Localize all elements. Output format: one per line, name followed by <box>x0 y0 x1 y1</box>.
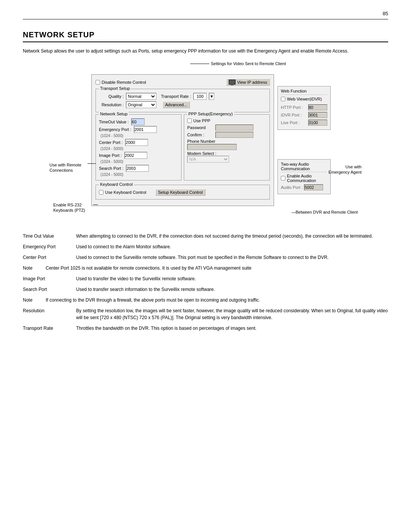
password-label: Password <box>187 125 214 130</box>
disable-remote-checkbox[interactable] <box>96 80 100 85</box>
desc-detail-emergency: Used to connect to the Alarm Monitor sof… <box>76 243 388 250</box>
desc-timeout: Time Out Value When attempting to connec… <box>23 233 388 240</box>
use-ppp-checkbox[interactable] <box>187 118 192 123</box>
modem-select[interactable]: N/A <box>187 156 229 163</box>
desc-search-port: Search Port Used to transfer search info… <box>23 286 388 293</box>
use-remote-line <box>88 163 96 164</box>
keyboard-control-title: Keyboard Control <box>99 182 134 187</box>
search-port-label: Search Port : <box>99 166 123 171</box>
idvr-port-label: iDVR Port : <box>281 113 302 117</box>
desc-transport-rate: Transport Rate Throttles the bandwidth o… <box>23 325 388 332</box>
image-port-range: (1024 - 5000) <box>99 160 178 164</box>
desc-detail-image: Used to transfer the video to the Survei… <box>76 275 388 282</box>
live-port-label: Live Port : <box>281 120 300 125</box>
http-port-input[interactable] <box>308 104 327 110</box>
desc-term-image: Image Port <box>23 275 76 282</box>
desc-term-center: Center Port <box>23 254 76 261</box>
center-port-label: Center Port : <box>99 140 123 145</box>
transport-rate-dropdown[interactable]: ▼ <box>209 93 214 100</box>
settings-label: Settings for Video Sent to Remote Client <box>190 61 286 66</box>
view-ip-button[interactable]: View IP address <box>226 78 270 86</box>
web-viewer-checkbox[interactable] <box>281 97 285 101</box>
desc-note-2: Note If connecting to the DVR through a … <box>23 297 388 304</box>
desc-resolution: Resolution By setting the resolution low… <box>23 307 388 321</box>
quality-select[interactable]: Normal <box>126 93 156 100</box>
confirm-input[interactable] <box>215 132 253 138</box>
top-rule <box>23 19 388 19</box>
live-port-input[interactable] <box>308 120 327 126</box>
desc-detail-center: Used to connect to the Surveillix remote… <box>76 254 388 261</box>
resolution-label: Resolution : <box>99 102 124 107</box>
timeout-label: TimeOut Value : <box>99 120 129 124</box>
network-setup-title: Network Setup <box>99 112 129 116</box>
disable-remote-label[interactable]: Disable Remote Control <box>96 80 146 85</box>
desc-term-transport: Transport Rate <box>23 325 76 332</box>
audio-panel: Two-way Audio Communication Enable Audio… <box>277 159 331 194</box>
http-port-label: HTTP Port : <box>281 105 303 110</box>
use-keyboard-label: Use Keyboard Control <box>105 190 146 195</box>
center-port-input[interactable] <box>125 139 148 146</box>
monitor-icon <box>229 80 236 85</box>
emergency-port-input[interactable] <box>134 126 157 133</box>
timeout-input[interactable] <box>131 118 145 125</box>
enable-audio-label: Enable Audio Communication <box>287 174 327 183</box>
use-keyboard-checkbox[interactable] <box>99 190 104 195</box>
center-port-range: (1024 - 5000) <box>99 147 178 151</box>
idvr-port-input[interactable] <box>308 112 327 118</box>
intro-text: Network Setup allows the user to adjust … <box>23 48 350 54</box>
between-dvr-callout: —Between DVR and Remote Client <box>292 210 358 214</box>
desc-term-timeout: Time Out Value <box>23 233 76 240</box>
web-function-panel: Web Function Web Viewer(iDVR) HTTP Port … <box>277 86 331 130</box>
image-port-label: Image Port : <box>99 153 122 158</box>
desc-detail-transport: Throttles the bandwidth on the DVR. This… <box>76 325 388 332</box>
enable-rs232-line <box>93 204 98 205</box>
transport-rate-input[interactable] <box>193 93 207 100</box>
web-viewer-label: Web Viewer(iDVR) <box>287 97 322 101</box>
audio-port-label: Audio Port : <box>281 185 303 190</box>
quality-label: Quality : <box>99 94 124 99</box>
desc-emergency-port: Emergency Port Used to connect to the Al… <box>23 243 388 250</box>
setup-keyboard-button[interactable]: Setup Keyboard Control <box>155 189 205 196</box>
confirm-label: Confirm : <box>187 133 214 137</box>
desc-detail-search: Used to transfer search information to t… <box>76 286 388 293</box>
emergency-port-label: Emergency Port : <box>99 127 131 132</box>
desc-detail-resolution: By setting the resolution low, the image… <box>76 307 388 321</box>
use-ppp-label: Use PPP <box>193 118 210 123</box>
emergency-port-range: (1024 - 5000) <box>99 134 178 138</box>
search-port-input[interactable] <box>126 165 149 172</box>
search-port-range: (1024 - 5000) <box>99 173 178 177</box>
page-number: 85 <box>383 11 388 16</box>
resolution-select[interactable]: Original <box>126 101 156 108</box>
advanced-button[interactable]: Advanced... <box>162 101 190 108</box>
password-input[interactable] <box>215 125 253 131</box>
web-function-title: Web Function <box>281 89 327 95</box>
audio-title: Two-way Audio Communication <box>281 162 327 172</box>
enable-rs232-callout: Enable RS-232 Keyboards (PTZ) <box>53 202 85 213</box>
image-port-input[interactable] <box>124 152 147 159</box>
enable-audio-checkbox[interactable] <box>281 176 285 181</box>
ppp-setup-title: PPP Setup(Emergency) <box>187 112 234 116</box>
desc-term-search: Search Port <box>23 286 76 293</box>
phone-number-label: Phone Number <box>187 139 266 144</box>
emergency-agent-callout: Use with Emergency Agent <box>328 164 362 175</box>
use-remote-callout: Use with Remote Connections <box>49 162 81 173</box>
desc-term-emergency: Emergency Port <box>23 243 76 250</box>
phone-number-input[interactable] <box>187 144 237 150</box>
transport-setup-title: Transport Setup <box>99 86 131 91</box>
desc-note-1: Note Center Port 1025 is not available f… <box>23 265 388 272</box>
desc-center-port: Center Port Used to connect to the Surve… <box>23 254 388 261</box>
audio-port-input[interactable] <box>304 184 323 190</box>
page-title: NETWORK SETUP <box>23 30 388 42</box>
desc-image-port: Image Port Used to transfer the video to… <box>23 275 388 282</box>
modem-select-label: Modem Select : <box>187 151 266 156</box>
desc-detail-timeout: When attempting to connect to the DVR, i… <box>76 233 388 240</box>
desc-term-resolution: Resolution <box>23 307 76 321</box>
transport-rate-label: Transport Rate : <box>161 94 191 99</box>
